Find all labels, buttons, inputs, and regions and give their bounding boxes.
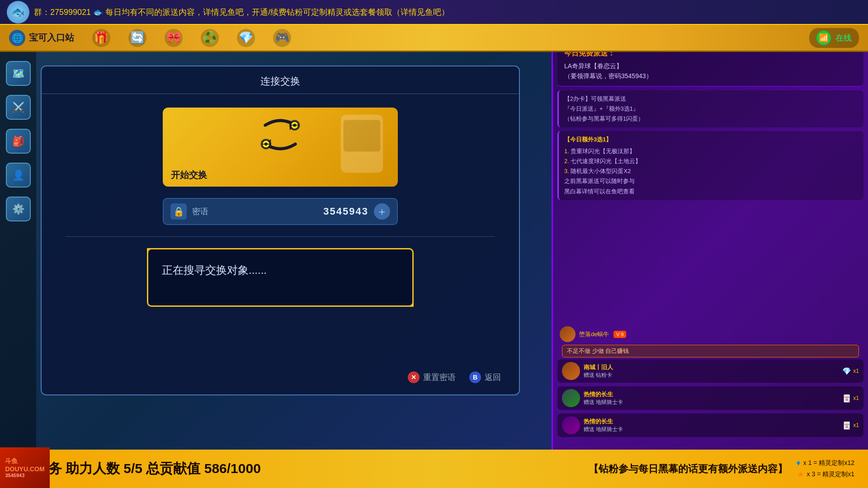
streamer-name: 堕落de蜗牛	[579, 331, 609, 338]
chat-avatar-2	[562, 389, 580, 407]
section1-line3: （钻粉参与黑幕可多得1闪蛋）	[564, 114, 858, 124]
chat-avatar-3	[562, 416, 580, 434]
sidebar-icon-3[interactable]: 🎒	[6, 129, 31, 154]
globe-icon: 🌐	[9, 30, 25, 46]
online-status-text: 在线	[835, 33, 852, 43]
gift-count-2: x1	[853, 395, 859, 401]
chat-user-1: 南城丨旧人	[584, 363, 839, 371]
brand-code: 3545943	[5, 473, 44, 478]
info-content: LA奇异球【眷恋云】 （要领弹幕说，密码3545943）	[564, 61, 857, 81]
exchange-dialog: 连接交换	[41, 66, 520, 395]
left-sidebar: 🗺️ ⚔️ 🎒 👤 ⚙️	[0, 52, 36, 459]
right-panel: 宝可梦 朱 宝可梦 紫 今日免费派送： LA奇异球【眷恋云】 （要领弹幕说，密码…	[552, 0, 868, 488]
section1-line2: 『今日派送』+『额外3选1』	[564, 104, 858, 114]
reward-diamond-icon: ♦	[797, 458, 801, 468]
sidebar-icon-1[interactable]: 🗺️	[6, 61, 31, 86]
streamer-comment: 不足不做 少做 自己赚钱	[562, 345, 859, 357]
section1-text: 【2办卡】可领黑幕派送 『今日派送』+『额外3选1』 （钻粉参与黑幕可多得1闪蛋…	[564, 94, 858, 124]
dialog-bottom-actions: ✕ 重置密语 B 返回	[408, 371, 501, 383]
chat-gift-1: 💎 x1	[842, 367, 859, 375]
section1-line1: 【2办卡】可领黑幕派送	[564, 94, 858, 104]
reset-label: 重置密语	[423, 372, 456, 383]
password-label: 密语	[192, 206, 208, 217]
right-section-1: 【2办卡】可领黑幕派送 『今日派送』+『额外3选1』 （钻粉参与黑幕可多得1闪蛋…	[557, 90, 863, 127]
b-button-icon: B	[469, 371, 481, 383]
right-section-2: 【今日额外3选1】 1. 贵重球闪光【无极汰那】 2. 七代速度球闪光【土地云】…	[557, 131, 863, 200]
chat-gift-3: 🃏 x1	[842, 421, 859, 430]
reset-password-button[interactable]: ✕ 重置密语	[408, 371, 456, 383]
site-logo[interactable]: 🌐 宝可入口站	[9, 30, 74, 46]
navigation-bar: 🌐 宝可入口站 🎁 🔄 🎀 ♻️ 💎 🎮 📶 在线	[0, 25, 868, 52]
searching-text: 正在搜寻交换对象......	[162, 263, 399, 277]
chat-user-3: 热情的长生	[584, 418, 839, 426]
brand-line1: 斗鱼	[5, 457, 44, 465]
chat-info-1: 南城丨旧人 赠送 钻粉卡	[584, 363, 839, 379]
mascot-icon: 🐟	[7, 1, 29, 23]
bottom-bar: 2里任务 助力人数 5/5 总贡献值 586/1000 【钻粉参与每日黑幕的话更…	[0, 450, 868, 488]
corner-brand: 斗鱼 DOUYU.COM 3545943	[0, 447, 50, 488]
section2-text: 【今日额外3选1】 1. 贵重球闪光【无极汰那】 2. 七代速度球闪光【土地云】…	[564, 135, 858, 197]
section2-line4: 之前黑幕派送可以随时参与	[564, 176, 858, 186]
gift-count-1: x1	[853, 368, 859, 374]
chat-gift-2: 🃏 x1	[842, 394, 859, 403]
x-button-icon: ✕	[408, 371, 420, 383]
section2-title: 【今日额外3选1】	[564, 135, 858, 145]
chat-info-2: 热情的长生 赠送 地狱骑士卡	[584, 390, 839, 406]
nav-icon-gift[interactable]: 🎁	[92, 29, 110, 47]
nav-icon-group: 🎁 🔄 🎀 ♻️ 💎 🎮	[92, 29, 809, 47]
nav-icon-refresh[interactable]: ♻️	[201, 29, 219, 47]
trade-icon-area	[163, 108, 398, 162]
section2-line1: 1. 贵重球闪光【无极汰那】	[564, 146, 858, 156]
back-label: 返回	[485, 372, 501, 383]
gift-count-3: x1	[853, 422, 859, 428]
chat-user-2: 热情的长生	[584, 390, 839, 399]
gift-icon-1: 💎	[842, 367, 851, 375]
site-title: 宝可入口站	[29, 32, 74, 44]
nav-icon-ribbon[interactable]: 🎀	[165, 29, 183, 47]
chat-info-3: 热情的长生 赠送 地狱骑士卡	[584, 418, 839, 433]
streamer-avatar	[560, 326, 576, 342]
svg-point-9	[264, 143, 268, 146]
wifi-status-area: 📶 在线	[809, 28, 859, 48]
info-line-1: LA奇异球【眷恋云】	[564, 61, 857, 71]
streamer-badge: V 9	[613, 331, 627, 338]
password-field[interactable]: 🔒 密语 3545943 ＋	[163, 198, 398, 225]
main-game-area: 🗺️ ⚔️ 🎒 👤 ⚙️ 连接交换	[0, 52, 552, 459]
sidebar-icon-5[interactable]: ⚙️	[6, 197, 31, 221]
nav-icon-game[interactable]: 🎮	[273, 29, 291, 47]
info-line-2: （要领弹幕说，密码3545943）	[564, 71, 857, 81]
chat-action-1: 赠送 钻粉卡	[584, 371, 839, 379]
exchange-box[interactable]: 开始交换	[163, 108, 398, 187]
sidebar-icon-4[interactable]: 👤	[6, 163, 31, 188]
stream-promo: 【钻粉参与每日黑幕的话更有额外派送内容】	[589, 462, 788, 476]
section2-line5: 黑白幕详情可以在鱼吧查看	[564, 187, 858, 197]
announcement-text: 群：275999021 🐟 每日均有不同的派送内容，详情见鱼吧，开通/续费钻粉可…	[34, 7, 861, 18]
search-status-box: 正在搜寻交换对象......	[147, 248, 414, 307]
reward-item-1: ♦ x 1 = 精灵定制x12	[797, 458, 854, 468]
chat-action-2: 赠送 地狱骑士卡	[584, 399, 839, 406]
top-announcement-bar: 🐟 群：275999021 🐟 每日均有不同的派送内容，详情见鱼吧，开通/续费钻…	[0, 0, 868, 25]
wifi-icon: 📶	[816, 31, 831, 45]
streamer-row: 堕落de蜗牛 V 9	[557, 326, 863, 342]
password-value: 3545943	[214, 206, 368, 217]
rewards-area: ♦ x 1 = 精灵定制x12 ★ x 3 = 精灵定制x1	[797, 458, 854, 479]
lock-icon: 🔒	[170, 203, 187, 220]
trade-arrows-svg	[258, 112, 303, 157]
chat-message-1: 南城丨旧人 赠送 钻粉卡 💎 x1	[557, 359, 863, 383]
chat-action-3: 赠送 地狱骑士卡	[584, 426, 839, 433]
dialog-divider	[66, 236, 495, 237]
gift-icon-3: 🃏	[842, 421, 851, 430]
exchange-title: 连接交换	[42, 66, 519, 94]
sidebar-icon-2[interactable]: ⚔️	[6, 95, 31, 120]
add-password-button[interactable]: ＋	[374, 203, 390, 220]
nav-icon-exchange[interactable]: 🔄	[128, 29, 146, 47]
section2-line3: 3. 随机最大小体型闪蛋X2	[564, 166, 858, 176]
stream-stats: 2里任务 助力人数 5/5 总贡献值 586/1000	[14, 460, 589, 478]
gift-icon-2: 🃏	[842, 394, 851, 403]
reward-text-1: x 1 = 精灵定制x12	[803, 459, 854, 467]
brand-line2: DOUYU.COM	[5, 465, 44, 473]
reward-star-icon: ★	[797, 469, 804, 479]
section2-line2: 2. 七代速度球闪光【土地云】	[564, 156, 858, 166]
back-button[interactable]: B 返回	[469, 371, 501, 383]
nav-icon-diamond[interactable]: 💎	[237, 29, 255, 47]
